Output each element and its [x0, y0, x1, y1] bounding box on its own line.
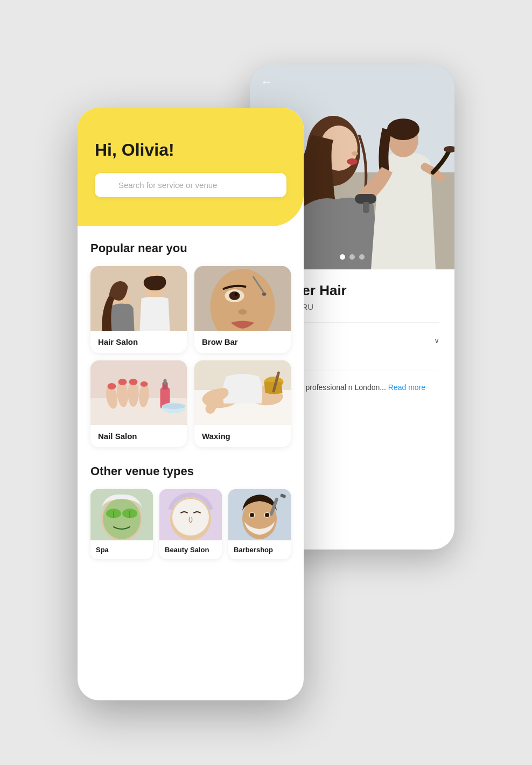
barbershop-image — [228, 489, 291, 540]
back-button[interactable]: ← — [261, 75, 272, 89]
app-header: Hi, Olivia! Search for service or venue — [78, 108, 304, 226]
dot-1[interactable] — [340, 254, 345, 260]
search-container: Search for service or venue — [95, 173, 286, 197]
service-card-nail-salon[interactable]: Nail Salon — [90, 360, 187, 447]
svg-point-8 — [387, 119, 419, 140]
svg-point-53 — [172, 499, 209, 536]
beauty-salon-image — [159, 489, 222, 540]
svg-point-22 — [262, 293, 267, 296]
other-section-title: Other venue types — [90, 464, 291, 478]
svg-point-58 — [250, 513, 254, 517]
beauty-salon-label: Beauty Salon — [159, 540, 222, 559]
search-input[interactable]: Search for service or venue — [95, 173, 286, 197]
dot-3[interactable] — [359, 254, 365, 260]
other-venues-grid: Spa — [90, 489, 291, 559]
svg-point-30 — [118, 379, 127, 385]
svg-rect-37 — [162, 404, 186, 409]
svg-point-21 — [239, 309, 247, 315]
venue-card-spa[interactable]: Spa — [90, 489, 153, 559]
service-card-hair-salon[interactable]: Hair Salon — [90, 266, 187, 353]
svg-point-59 — [265, 513, 269, 517]
brow-bar-label: Brow Bar — [194, 331, 291, 353]
svg-point-32 — [141, 381, 148, 387]
brow-bar-image — [194, 266, 291, 331]
svg-point-20 — [235, 293, 238, 296]
svg-point-29 — [108, 383, 116, 390]
image-dots — [340, 254, 365, 260]
spa-image — [90, 489, 153, 540]
hair-salon-label: Hair Salon — [90, 331, 187, 353]
app-scene: ← Quarter Hair lon, N02 8RU am - 6pm ∨ g… — [78, 65, 454, 700]
svg-point-31 — [129, 379, 138, 385]
phone-main: Hi, Olivia! Search for service or venue … — [78, 108, 304, 700]
waxing-image — [194, 360, 291, 425]
hair-salon-image — [90, 266, 187, 331]
read-more-link[interactable]: Read more — [388, 383, 425, 392]
svg-rect-10 — [363, 202, 369, 213]
popular-section-title: Popular near you — [90, 241, 291, 255]
dot-2[interactable] — [349, 254, 355, 260]
service-card-brow-bar[interactable]: Brow Bar — [194, 266, 291, 353]
waxing-label: Waxing — [194, 425, 291, 447]
barbershop-label: Barbershop — [228, 540, 291, 559]
greeting-text: Hi, Olivia! — [95, 140, 286, 160]
svg-point-5 — [352, 151, 358, 156]
popular-grid: Hair Salon — [90, 266, 291, 447]
nail-salon-image — [90, 360, 187, 425]
nail-salon-label: Nail Salon — [90, 425, 187, 447]
venue-card-barbershop[interactable]: Barbershop — [228, 489, 291, 559]
main-content: Popular near you — [78, 226, 304, 700]
service-card-waxing[interactable]: Waxing — [194, 360, 291, 447]
svg-point-6 — [347, 158, 358, 165]
svg-point-19 — [229, 291, 240, 300]
svg-rect-35 — [164, 379, 167, 385]
hours-toggle[interactable]: ∨ — [434, 336, 439, 345]
venue-card-beauty-salon[interactable]: Beauty Salon — [159, 489, 222, 559]
spa-label: Spa — [90, 540, 153, 559]
svg-point-46 — [103, 498, 141, 539]
